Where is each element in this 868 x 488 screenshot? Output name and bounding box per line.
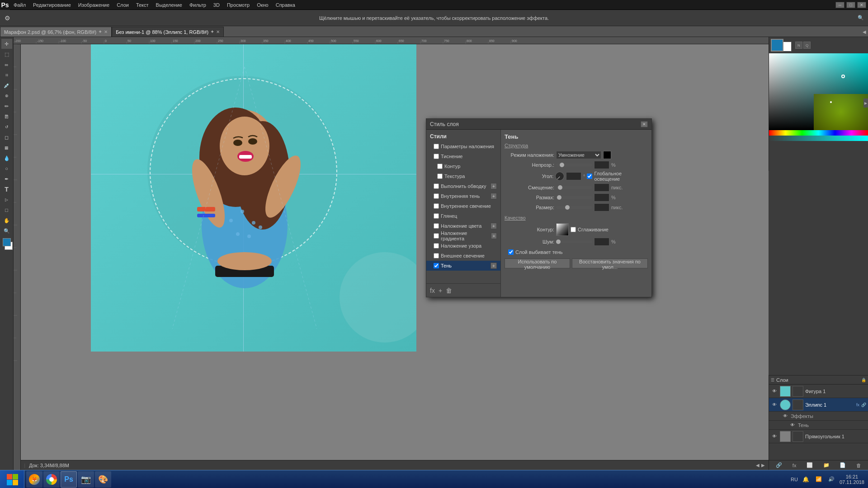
spread-slider[interactable]	[556, 196, 592, 199]
taskbar-paint-btn[interactable]: 🎨	[95, 471, 111, 488]
heal-tool[interactable]: ⊕	[1, 91, 12, 101]
window-minimize-btn[interactable]: ─	[835, 2, 844, 8]
angle-dial[interactable]	[555, 172, 564, 181]
stroke-checkbox[interactable]	[434, 183, 439, 189]
blur-tool[interactable]: 💧	[1, 153, 12, 163]
pattern-checkbox[interactable]	[434, 243, 439, 249]
taskbar-camera-btn[interactable]: 📷	[78, 471, 94, 488]
gradient-tool[interactable]: ▦	[1, 143, 12, 153]
contour-checkbox[interactable]	[437, 164, 443, 169]
spread-value[interactable]: 3	[594, 193, 609, 202]
path-tool[interactable]: ▷	[1, 195, 12, 205]
inner-shadow-checkbox[interactable]	[434, 193, 439, 199]
menu-image[interactable]: Изображение	[75, 1, 113, 9]
brush-tool[interactable]: ✏	[1, 101, 12, 111]
layer-new-btn[interactable]: 📄	[840, 462, 846, 468]
menu-edit[interactable]: Редактирование	[29, 1, 75, 9]
texture-checkbox[interactable]	[437, 174, 443, 179]
notification-icon[interactable]: 🔔	[802, 475, 811, 484]
options-icon[interactable]: ⚙	[2, 13, 13, 23]
blend-mode-select[interactable]: Умножение	[556, 151, 601, 159]
normal-mode-icon[interactable]: N	[795, 42, 802, 49]
gradient-overlay-checkbox[interactable]	[434, 233, 439, 239]
size-slider[interactable]	[556, 206, 592, 209]
mask-mode-icon[interactable]: Q	[803, 42, 811, 49]
emboss-checkbox[interactable]	[434, 154, 439, 159]
selection-tool[interactable]: ⬚	[1, 49, 12, 59]
dialog-satin-item[interactable]: Глянец	[426, 211, 500, 221]
global-light-checkbox[interactable]	[587, 174, 592, 179]
window-close-btn[interactable]: ✕	[857, 2, 866, 8]
blend-color-swatch[interactable]	[603, 151, 611, 159]
menu-help[interactable]: Справка	[272, 1, 299, 9]
layer-row-rect[interactable]: 👁 Прямоугольник 1	[769, 430, 868, 443]
eyedropper-tool[interactable]: 💉	[1, 80, 12, 90]
layer-link-btn[interactable]: 🔗	[776, 462, 782, 468]
language-indicator[interactable]: RU	[791, 477, 798, 482]
color-overlay-add-btn[interactable]: +	[491, 223, 497, 229]
add-effect-icon[interactable]: +	[439, 287, 442, 294]
tab-unnamed-close[interactable]: ✕	[216, 29, 220, 34]
noise-slider[interactable]	[556, 240, 592, 243]
dialog-emboss-item[interactable]: Тиснение	[426, 151, 500, 161]
menu-layers[interactable]: Слои	[113, 1, 132, 9]
menu-3d[interactable]: 3D	[210, 1, 223, 9]
dialog-pattern-item[interactable]: Наложение узора	[426, 241, 500, 251]
shadow-checkbox[interactable]	[434, 263, 439, 268]
hand-tool[interactable]: ✋	[1, 216, 12, 225]
layer-eye-shadow[interactable]: 👁	[789, 422, 796, 429]
text-tool[interactable]: T	[1, 184, 12, 194]
expand-panel-btn[interactable]: ▶	[863, 99, 868, 108]
distance-slider[interactable]	[556, 186, 592, 189]
anti-alias-checkbox[interactable]	[571, 227, 576, 232]
layer-mask-btn[interactable]: ⬜	[807, 462, 813, 468]
volume-icon[interactable]: 🔊	[827, 475, 836, 484]
zoom-tool[interactable]: 🔍	[1, 226, 12, 236]
dialog-params-item[interactable]: Параметры наложения	[426, 141, 500, 151]
menu-window[interactable]: Окно	[253, 1, 272, 9]
scroll-right-btn[interactable]: ▶	[761, 463, 765, 468]
tab-maraton-close[interactable]: ✕	[104, 29, 108, 34]
layer-style-btn[interactable]: fx	[793, 463, 797, 468]
layer-eye-rect[interactable]: 👁	[771, 433, 778, 440]
layer-row-figura[interactable]: 👁 Фигура 1	[769, 385, 868, 398]
foreground-color[interactable]	[3, 238, 11, 246]
default-btn[interactable]: Использовать по умолчанию	[505, 258, 570, 268]
history-tool[interactable]: ↺	[1, 122, 12, 132]
dialog-color-overlay-item[interactable]: Наложение цвета +	[426, 221, 500, 231]
quick-mask-icon[interactable]	[1, 256, 12, 266]
dialog-contour-item[interactable]: Контур	[426, 161, 500, 171]
inner-shadow-add-btn[interactable]: +	[491, 193, 497, 199]
dialog-inner-glow-item[interactable]: Внутреннее свечение	[426, 201, 500, 211]
layer-group-btn[interactable]: 📁	[823, 462, 830, 468]
taskbar-firefox-btn[interactable]: 🦊	[26, 471, 42, 488]
layer-eye-figura[interactable]: 👁	[771, 388, 778, 395]
dialog-stroke-item[interactable]: Выполнить обводку +	[426, 181, 500, 191]
color-gradient-area[interactable]	[769, 53, 868, 130]
dialog-shadow-item[interactable]: Тень +	[426, 261, 500, 271]
menu-select[interactable]: Выделение	[152, 1, 186, 9]
tab-maraton[interactable]: Марафон 2.psd @ 66,7% (фон, RGB/8#) ✦ ✕	[0, 27, 112, 37]
dialog-gradient-overlay-item[interactable]: Наложение градиента +	[426, 231, 500, 241]
layer-row-ellipse[interactable]: 👁 Эллипс 1 fx 🔗	[769, 398, 868, 412]
stamp-tool[interactable]: 🖹	[1, 112, 12, 122]
layer-eye-ellipse[interactable]: 👁	[771, 401, 778, 408]
menu-file[interactable]: Файл	[10, 1, 29, 9]
shadow-add-btn[interactable]: +	[491, 263, 497, 269]
params-checkbox[interactable]	[434, 144, 439, 149]
color-overlay-checkbox[interactable]	[434, 223, 439, 229]
dialog-inner-shadow-item[interactable]: Внутренняя тень +	[426, 191, 500, 201]
angle-value[interactable]: 135	[566, 172, 581, 180]
tab-unnamed[interactable]: Без имени-1 @ 88% (Эллипс 1, RGB/8#) ✦ ✕	[112, 27, 224, 37]
foreground-swatch[interactable]	[771, 39, 783, 52]
gradient-overlay-add-btn[interactable]: +	[491, 233, 497, 239]
window-restore-btn[interactable]: □	[846, 2, 855, 8]
opacity-slider[interactable]	[556, 164, 592, 166]
shape-tool[interactable]: □	[1, 205, 12, 215]
size-value[interactable]: 27	[594, 203, 609, 211]
eraser-tool[interactable]: ◻	[1, 132, 12, 142]
stroke-add-btn[interactable]: +	[491, 183, 497, 189]
noise-value[interactable]: 0	[594, 238, 609, 246]
collapse-panels-btn[interactable]: ◀	[861, 27, 868, 37]
contour-preview[interactable]	[556, 223, 569, 236]
